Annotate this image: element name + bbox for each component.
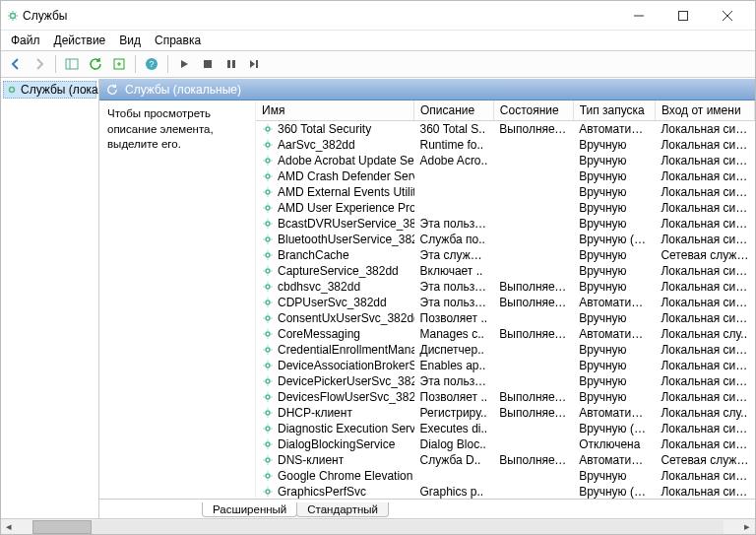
pause-button[interactable] bbox=[220, 53, 242, 75]
col-name[interactable]: Имя bbox=[256, 100, 414, 121]
cell-name: AMD External Events Utility bbox=[278, 185, 414, 199]
gear-icon bbox=[262, 312, 274, 324]
table-row[interactable]: DevicesFlowUserSvc_382ddПозволяет ..Выпо… bbox=[256, 389, 755, 405]
tree-pane: Службы (локальн bbox=[1, 79, 99, 518]
forward-button[interactable] bbox=[29, 53, 50, 75]
cell-desc: Эта пользо.. bbox=[414, 279, 494, 295]
back-button[interactable] bbox=[5, 53, 27, 75]
scroll-left-arrow[interactable]: ◂ bbox=[1, 519, 17, 535]
table-row[interactable]: 360 Total Security360 Total S..Выполняет… bbox=[256, 121, 755, 138]
refresh-button[interactable] bbox=[85, 53, 106, 75]
menu-view[interactable]: Вид bbox=[113, 32, 147, 49]
table-row[interactable]: BcastDVRUserService_382ddЭта пользо..Вру… bbox=[256, 216, 755, 232]
menu-file[interactable]: Файл bbox=[5, 32, 46, 49]
table-row[interactable]: CredentialEnrollmentManag..Диспетчер..Вр… bbox=[256, 342, 755, 358]
table-row[interactable]: GraphicsPerfSvcGraphics p..Вручную (ак..… bbox=[256, 484, 755, 499]
minimize-button[interactable] bbox=[616, 2, 661, 30]
table-row[interactable]: AMD User Experience Progra..ВручнуюЛокал… bbox=[256, 200, 755, 216]
cell-state bbox=[493, 216, 573, 232]
cell-state bbox=[493, 247, 573, 263]
cell-name: DHCP-клиент bbox=[278, 406, 352, 420]
svg-point-28 bbox=[266, 332, 270, 336]
close-button[interactable] bbox=[705, 2, 749, 30]
cell-name: CoreMessaging bbox=[278, 327, 360, 341]
table-row[interactable]: cbdhsvc_382ddЭта пользо..ВыполняетсяВруч… bbox=[256, 279, 755, 295]
refresh-icon[interactable] bbox=[105, 83, 119, 97]
table-row[interactable]: DHCP-клиентРегистриру..ВыполняетсяАвтома… bbox=[256, 405, 755, 421]
maximize-button[interactable] bbox=[661, 2, 705, 30]
export-button[interactable] bbox=[108, 53, 130, 75]
svg-rect-5 bbox=[66, 59, 78, 69]
svg-rect-12 bbox=[232, 60, 235, 68]
tree-item-services[interactable]: Службы (локальн bbox=[3, 81, 96, 99]
restart-button[interactable] bbox=[244, 53, 266, 75]
gear-icon bbox=[262, 486, 274, 498]
cell-logon: Локальная сист.. bbox=[655, 200, 754, 216]
table-row[interactable]: Google Chrome Elevation Se..ВручнуюЛокал… bbox=[256, 468, 755, 484]
table-row[interactable]: CaptureService_382ddВключает ..ВручнуюЛо… bbox=[256, 263, 755, 279]
menubar: Файл Действие Вид Справка bbox=[1, 31, 755, 50]
table-row[interactable]: BluetoothUserService_382ddСлужба по..Вру… bbox=[256, 232, 755, 247]
help-button[interactable]: ? bbox=[141, 53, 162, 75]
svg-rect-11 bbox=[227, 60, 230, 68]
tab-extended[interactable]: Расширенный bbox=[202, 502, 297, 517]
services-grid[interactable]: Имя Описание Состояние Тип запуска Вход … bbox=[255, 100, 755, 499]
table-row[interactable]: DialogBlockingServiceDialog Bloc..Отключ… bbox=[256, 436, 755, 452]
cell-name: AMD Crash Defender Service bbox=[278, 169, 414, 183]
cell-desc: Диспетчер.. bbox=[414, 342, 494, 358]
table-row[interactable]: BranchCacheЭта служба..ВручнуюСетевая сл… bbox=[256, 247, 755, 263]
table-row[interactable]: DNS-клиентСлужба D..ВыполняетсяАвтоматич… bbox=[256, 452, 755, 468]
table-row[interactable]: Adobe Acrobat Update Servi..Adobe Acro..… bbox=[256, 153, 755, 168]
horizontal-scrollbar[interactable]: ◂ ▸ bbox=[1, 518, 755, 534]
tab-strip: Расширенный Стандартный bbox=[99, 499, 755, 518]
stop-button[interactable] bbox=[197, 53, 219, 75]
cell-state bbox=[493, 436, 573, 452]
start-button[interactable] bbox=[173, 53, 195, 75]
table-row[interactable]: Diagnostic Execution ServiceExecutes di.… bbox=[256, 421, 755, 436]
svg-point-17 bbox=[266, 159, 270, 163]
scroll-thumb[interactable] bbox=[32, 520, 92, 534]
table-row[interactable]: ConsentUxUserSvc_382ddПозволяет ..Вручну… bbox=[256, 310, 755, 326]
col-logon[interactable]: Вход от имени bbox=[655, 100, 754, 121]
table-row[interactable]: DeviceAssociationBrokerSvc..Enables ap..… bbox=[256, 358, 755, 373]
svg-point-14 bbox=[10, 88, 15, 93]
menu-action[interactable]: Действие bbox=[48, 32, 112, 49]
cell-desc bbox=[414, 468, 494, 484]
svg-point-38 bbox=[266, 490, 270, 494]
gear-icon bbox=[262, 123, 274, 135]
cell-logon: Локальная слу.. bbox=[655, 326, 754, 342]
svg-rect-2 bbox=[678, 11, 687, 20]
col-startup[interactable]: Тип запуска bbox=[573, 100, 655, 121]
cell-startup: Вручную (ак.. bbox=[573, 484, 655, 499]
scroll-right-arrow[interactable]: ▸ bbox=[739, 519, 755, 535]
svg-point-20 bbox=[266, 206, 270, 210]
app-title: Службы bbox=[23, 9, 67, 23]
cell-state bbox=[493, 153, 573, 168]
cell-desc: Executes di.. bbox=[414, 421, 494, 436]
menu-help[interactable]: Справка bbox=[149, 32, 207, 49]
col-state[interactable]: Состояние bbox=[493, 100, 573, 121]
tab-standard[interactable]: Стандартный bbox=[296, 502, 389, 517]
table-row[interactable]: AarSvc_382ddRuntime fo..ВручнуюЛокальная… bbox=[256, 137, 755, 153]
table-row[interactable]: DevicePickerUserSvc_382ddЭта пользо..Вру… bbox=[256, 373, 755, 389]
cell-name: AarSvc_382dd bbox=[278, 138, 355, 152]
cell-name: DeviceAssociationBrokerSvc.. bbox=[278, 359, 414, 372]
cell-logon: Локальная сист.. bbox=[655, 232, 754, 247]
table-row[interactable]: AMD Crash Defender ServiceВручнуюЛокальн… bbox=[256, 168, 755, 184]
table-row[interactable]: CDPUserSvc_382ddЭта пользо..ВыполняетсяА… bbox=[256, 295, 755, 310]
col-desc[interactable]: Описание bbox=[414, 100, 494, 121]
cell-startup: Вручную bbox=[573, 468, 655, 484]
gear-icon bbox=[262, 155, 274, 167]
cell-desc: 360 Total S.. bbox=[414, 121, 494, 138]
cell-name: BluetoothUserService_382dd bbox=[278, 233, 414, 246]
cell-desc: Эта пользо.. bbox=[414, 216, 494, 232]
cell-state bbox=[493, 184, 573, 200]
cell-name: CaptureService_382dd bbox=[278, 264, 399, 278]
svg-point-35 bbox=[266, 442, 270, 446]
table-row[interactable]: AMD External Events UtilityВручнуюЛокаль… bbox=[256, 184, 755, 200]
show-hide-tree-button[interactable] bbox=[61, 53, 83, 75]
table-row[interactable]: CoreMessagingManages c..ВыполняетсяАвтом… bbox=[256, 326, 755, 342]
description-pane: Чтобы просмотреть описание элемента, выд… bbox=[99, 100, 255, 499]
gear-icon bbox=[262, 139, 274, 151]
cell-name: Diagnostic Execution Service bbox=[278, 422, 414, 435]
